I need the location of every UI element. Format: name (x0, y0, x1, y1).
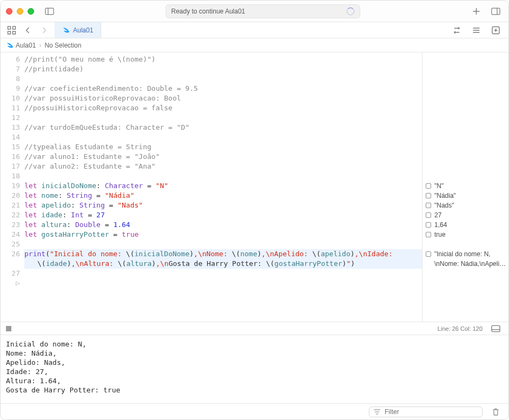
nav-back-button[interactable] (20, 24, 35, 37)
result-value: 27 (434, 211, 441, 219)
result-row[interactable]: "Inicial do nome: N, (426, 249, 505, 259)
line-number[interactable]: 23 (1, 220, 20, 230)
code-line[interactable] (24, 132, 422, 142)
code-line[interactable]: \(idade),\nAltura: \(altura),\nGosta de … (24, 259, 422, 269)
line-number[interactable] (1, 259, 20, 269)
run-line-button[interactable]: ▷ (1, 278, 20, 288)
quicklook-icon[interactable] (426, 222, 431, 228)
close-window-button[interactable] (6, 8, 12, 15)
line-number[interactable]: 27 (1, 269, 20, 278)
line-number[interactable]: 13 (1, 123, 20, 132)
line-number[interactable]: 12 (1, 113, 20, 123)
swift-file-icon (62, 26, 70, 34)
code-line[interactable]: let gostaHarryPotter = true (24, 230, 422, 239)
line-number[interactable]: 20 (1, 191, 20, 201)
code-line[interactable] (24, 171, 422, 181)
nav-forward-button[interactable] (36, 24, 51, 37)
line-number[interactable]: 16 (1, 152, 20, 162)
code-line[interactable]: //var coeficienteRendimento: Double = 9.… (24, 84, 422, 94)
line-number[interactable]: 21 (1, 201, 20, 210)
line-number[interactable]: 6 (1, 55, 20, 64)
code-line[interactable]: //print("O meu nome é \(nome)") (24, 55, 422, 64)
chevron-right-icon (39, 26, 49, 35)
result-row[interactable]: true (426, 230, 505, 239)
quicklook-icon[interactable] (426, 232, 431, 237)
quicklook-icon[interactable] (426, 193, 431, 198)
code-line[interactable]: //print(idade) (24, 64, 422, 74)
line-number[interactable]: 25 (1, 239, 20, 249)
result-row[interactable]: 27 (426, 210, 505, 220)
code-line[interactable]: //typealias Estudante = String (24, 142, 422, 152)
result-value: "N" (434, 182, 444, 190)
code-line[interactable]: //var aluno1: Estudante = "João" (24, 152, 422, 162)
console-output[interactable]: Inicial do nome: N, Nome: Nádia, Apelido… (1, 335, 508, 403)
counterpart-button[interactable] (449, 24, 464, 37)
zoom-window-button[interactable] (28, 8, 34, 15)
toggle-debug-area-button[interactable] (488, 322, 503, 335)
code-line[interactable] (24, 113, 422, 123)
breadcrumb-selection[interactable]: No Selection (44, 42, 81, 49)
console-filter[interactable] (369, 406, 482, 417)
result-value: "Nads" (434, 202, 454, 209)
code-area[interactable]: //print("O meu nome é \(nome)")//print(i… (24, 52, 422, 322)
code-line[interactable] (24, 74, 422, 84)
line-number[interactable]: 18 (1, 171, 20, 181)
jump-bar[interactable]: Aula01 › No Selection (1, 38, 508, 52)
line-number[interactable]: 22 (1, 210, 20, 220)
line-number[interactable]: 11 (1, 103, 20, 113)
swap-icon (452, 26, 461, 35)
result-row[interactable]: "Nádia" (426, 191, 505, 201)
code-line[interactable]: let nome: String = "Nádia" (24, 191, 422, 201)
result-row[interactable]: 1,64 (426, 220, 505, 230)
sidebar-right-icon (491, 7, 500, 16)
related-items-button[interactable] (4, 24, 19, 37)
code-line[interactable]: let apelido: String = "Nads" (24, 201, 422, 210)
result-row[interactable]: "Nads" (426, 201, 505, 210)
line-number[interactable]: 10 (1, 94, 20, 103)
code-line[interactable]: print("Inicial do nome: \(inicialDoNome)… (24, 249, 422, 259)
sidebar-left-icon (45, 7, 54, 16)
source-editor[interactable]: 6789101112131415161718192021222324252627… (1, 52, 422, 322)
toggle-inspector-button[interactable] (488, 5, 503, 18)
line-number[interactable]: 17 (1, 162, 20, 171)
toggle-navigator-button[interactable] (42, 5, 57, 18)
add-editor-button[interactable] (488, 24, 503, 37)
minimize-window-button[interactable] (17, 8, 23, 15)
code-line[interactable]: //var aluno2: Estudante = "Ana" (24, 162, 422, 171)
line-number[interactable]: 24 (1, 230, 20, 239)
svg-rect-0 (45, 8, 53, 15)
adjust-editor-button[interactable] (468, 24, 484, 37)
code-line[interactable] (24, 239, 422, 249)
console-filter-input[interactable] (385, 408, 479, 416)
line-number[interactable]: 15 (1, 142, 20, 152)
stop-icon[interactable] (6, 326, 11, 331)
line-number[interactable]: 19 (1, 181, 20, 191)
filter-icon (373, 408, 381, 416)
quicklook-icon[interactable] (426, 251, 431, 257)
trash-icon (491, 408, 500, 416)
code-line[interactable]: let idade: Int = 27 (24, 210, 422, 220)
clear-console-button[interactable] (488, 405, 503, 418)
code-line[interactable]: let inicialDoNome: Character = "N" (24, 181, 422, 191)
code-line[interactable] (24, 269, 422, 278)
code-line[interactable]: let altura: Double = 1.64 (24, 220, 422, 230)
code-line[interactable]: //possuiHistoricoReprovacao = false (24, 103, 422, 113)
quicklook-icon[interactable] (426, 203, 431, 208)
activity-status[interactable]: Ready to continue Aula01 (166, 4, 360, 18)
result-row[interactable]: "N" (426, 181, 505, 191)
result-row[interactable]: \nNome: Nádia,\nApeli… (426, 259, 505, 269)
swift-file-icon (6, 42, 14, 49)
line-number-gutter[interactable]: 6789101112131415161718192021222324252627… (1, 52, 24, 322)
line-number[interactable]: 26 (1, 249, 20, 259)
new-tab-button[interactable] (468, 5, 484, 18)
breadcrumb-project[interactable]: Aula01 (6, 42, 36, 49)
line-number[interactable]: 14 (1, 132, 20, 142)
quicklook-icon[interactable] (426, 212, 431, 218)
quicklook-icon[interactable] (426, 183, 431, 189)
line-number[interactable]: 8 (1, 74, 20, 84)
line-number[interactable]: 9 (1, 84, 20, 94)
line-number[interactable]: 7 (1, 64, 20, 74)
tab-aula01[interactable]: Aula01 (55, 22, 101, 38)
code-line[interactable]: //var turdoEmQueEstuda: Character = "D" (24, 123, 422, 132)
code-line[interactable]: //var possuiHistoricoReprovacao: Bool (24, 94, 422, 103)
